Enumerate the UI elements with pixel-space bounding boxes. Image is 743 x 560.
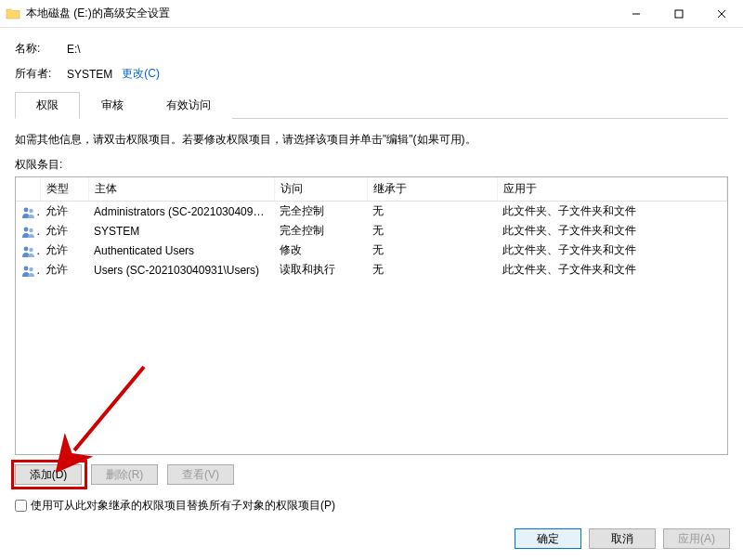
svg-rect-0 — [675, 10, 683, 18]
tab-effective-access[interactable]: 有效访问 — [145, 92, 232, 119]
view-button[interactable]: 查看(V) — [167, 464, 234, 485]
name-value: E:\ — [67, 43, 81, 56]
cell-principal: SYSTEM — [88, 221, 274, 241]
cell-type: 允许 — [40, 221, 88, 241]
table-header-row: 类型 主体 访问 继承于 应用于 — [16, 177, 727, 202]
users-icon — [21, 206, 34, 217]
cell-access: 完全控制 — [274, 221, 367, 241]
table-row[interactable]: 允许Users (SC-202103040931\Users)读取和执行无此文件… — [16, 260, 727, 280]
svg-point-5 — [24, 247, 29, 252]
cell-inherited: 无 — [367, 260, 497, 280]
name-row: 名称: E:\ — [15, 41, 728, 57]
cell-inherited: 无 — [367, 221, 497, 241]
svg-point-3 — [24, 228, 29, 232]
owner-row: 所有者: SYSTEM 更改(C) — [15, 66, 728, 82]
svg-point-7 — [24, 267, 29, 271]
ok-button[interactable]: 确定 — [515, 528, 581, 549]
name-label: 名称: — [15, 41, 67, 57]
col-access[interactable]: 访问 — [274, 177, 367, 202]
tab-bar: 权限 审核 有效访问 — [15, 91, 728, 119]
cell-applies: 此文件夹、子文件夹和文件 — [497, 221, 727, 241]
svg-point-4 — [29, 228, 33, 232]
svg-point-1 — [24, 208, 29, 213]
owner-value: SYSTEM — [67, 68, 112, 81]
owner-change-link[interactable]: 更改(C) — [122, 66, 160, 82]
dialog-footer: 确定 取消 应用(A) — [515, 528, 730, 549]
cell-inherited: 无 — [367, 241, 497, 260]
minimize-button[interactable] — [615, 0, 658, 28]
row-icon-cell — [16, 221, 40, 241]
cell-type: 允许 — [40, 241, 88, 260]
maximize-button[interactable] — [658, 0, 700, 28]
action-row: 添加(D) 删除(R) 查看(V) — [15, 464, 728, 485]
owner-label: 所有者: — [15, 66, 67, 82]
folder-icon — [6, 7, 20, 21]
permissions-table[interactable]: 类型 主体 访问 继承于 应用于 允许Administrators (SC-20… — [15, 176, 728, 455]
col-inherited[interactable]: 继承于 — [367, 177, 497, 202]
cell-principal: Authenticated Users — [88, 241, 274, 260]
window-title: 本地磁盘 (E:)的高级安全设置 — [26, 6, 170, 21]
replace-inherit-row: 使用可从此对象继承的权限项目替换所有子对象的权限项目(P) — [15, 498, 728, 514]
col-applies[interactable]: 应用于 — [497, 177, 727, 202]
row-icon-cell — [16, 241, 40, 260]
instructions-text: 如需其他信息，请双击权限项目。若要修改权限项目，请选择该项目并单击"编辑"(如果… — [15, 132, 728, 148]
tab-audit[interactable]: 审核 — [80, 92, 145, 119]
svg-point-6 — [29, 248, 33, 252]
cell-type: 允许 — [40, 202, 88, 222]
cell-principal: Users (SC-202103040931\Users) — [88, 260, 274, 280]
col-type[interactable]: 类型 — [40, 177, 88, 202]
users-icon — [21, 226, 34, 237]
remove-button[interactable]: 删除(R) — [91, 464, 158, 485]
svg-point-2 — [29, 209, 33, 213]
cell-applies: 此文件夹、子文件夹和文件 — [497, 241, 727, 260]
replace-inherit-checkbox[interactable] — [15, 500, 27, 512]
cell-type: 允许 — [40, 260, 88, 280]
table-row[interactable]: 允许Authenticated Users修改无此文件夹、子文件夹和文件 — [16, 241, 727, 260]
entries-label: 权限条目: — [15, 157, 728, 173]
svg-point-8 — [29, 267, 33, 271]
col-principal[interactable]: 主体 — [88, 177, 274, 202]
cell-access: 修改 — [274, 241, 367, 260]
replace-inherit-label[interactable]: 使用可从此对象继承的权限项目替换所有子对象的权限项目(P) — [31, 498, 335, 514]
users-icon — [21, 245, 34, 256]
cell-applies: 此文件夹、子文件夹和文件 — [497, 202, 727, 222]
cell-principal: Administrators (SC-20210304093... — [88, 202, 274, 222]
col-icon[interactable] — [16, 177, 40, 202]
table-row[interactable]: 允许SYSTEM完全控制无此文件夹、子文件夹和文件 — [16, 221, 727, 241]
apply-button[interactable]: 应用(A) — [663, 528, 730, 549]
tab-permissions[interactable]: 权限 — [15, 92, 80, 119]
add-button[interactable]: 添加(D) — [15, 464, 82, 485]
content-area: 名称: E:\ 所有者: SYSTEM 更改(C) 权限 审核 有效访问 如需其… — [0, 28, 743, 527]
close-button[interactable] — [700, 0, 743, 28]
table-row[interactable]: 允许Administrators (SC-20210304093...完全控制无… — [16, 202, 727, 222]
cell-access: 读取和执行 — [274, 260, 367, 280]
row-icon-cell — [16, 202, 40, 222]
cell-access: 完全控制 — [274, 202, 367, 222]
row-icon-cell — [16, 260, 40, 280]
cancel-button[interactable]: 取消 — [589, 528, 656, 549]
titlebar: 本地磁盘 (E:)的高级安全设置 — [0, 0, 743, 28]
cell-applies: 此文件夹、子文件夹和文件 — [497, 260, 727, 280]
users-icon — [21, 265, 34, 276]
cell-inherited: 无 — [367, 202, 497, 222]
